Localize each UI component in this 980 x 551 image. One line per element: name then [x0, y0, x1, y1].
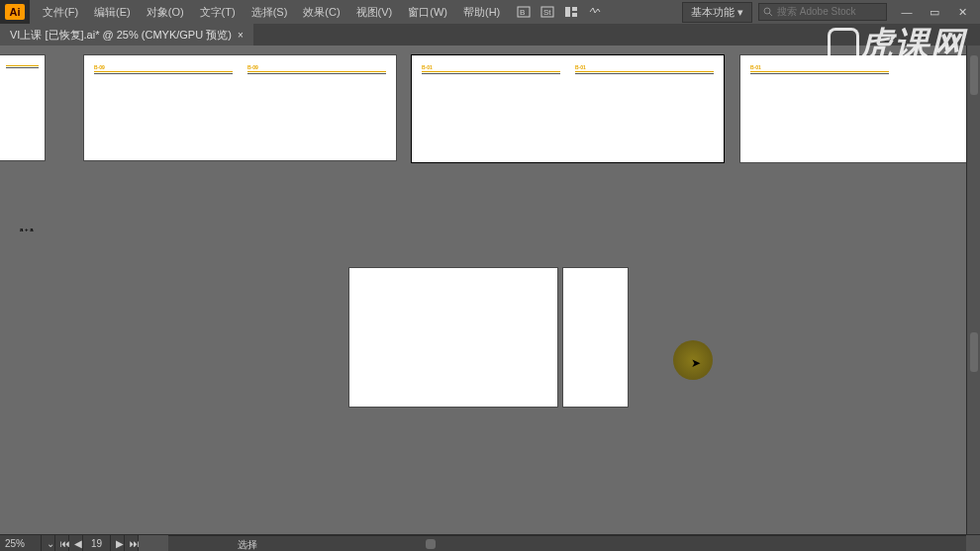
menu-effect[interactable]: 效果(C) — [296, 2, 346, 23]
chevron-down-icon: ▾ — [737, 6, 743, 18]
minimize-button[interactable]: — — [893, 2, 921, 22]
nav-prev-button[interactable]: ◀ — [69, 535, 83, 551]
stock-icon[interactable]: St — [540, 5, 554, 19]
zoom-level[interactable]: 25% — [0, 535, 42, 551]
menu-file[interactable]: 文件(F) — [36, 2, 85, 23]
tool-label: 选择 — [238, 538, 257, 551]
panel-handle-1[interactable] — [970, 55, 978, 95]
svg-text:St: St — [543, 8, 551, 17]
artboard-4[interactable]: B-01 — [740, 55, 966, 162]
artboard-6[interactable] — [563, 268, 628, 407]
arrange-icon[interactable] — [564, 5, 578, 19]
panel-dock-right[interactable] — [966, 46, 980, 534]
horizontal-scrollbar[interactable]: 选择 — [168, 535, 966, 551]
nav-next-button[interactable]: ▶ — [111, 535, 125, 551]
artboard-2[interactable]: B-09 B-09 — [84, 55, 396, 160]
artboard-5[interactable] — [349, 268, 557, 407]
search-placeholder: 搜索 Adobe Stock — [777, 5, 855, 19]
svg-rect-5 — [572, 7, 577, 11]
svg-line-8 — [769, 13, 772, 16]
panel-handle-2[interactable] — [970, 332, 978, 372]
canvas[interactable]: B-09 B-09 B-01 B-01 B-01 a + a ➤ — [0, 46, 966, 534]
svg-rect-4 — [565, 7, 570, 17]
maximize-button[interactable]: ▭ — [921, 2, 948, 22]
menu-object[interactable]: 对象(O) — [140, 2, 191, 23]
search-icon — [763, 7, 773, 17]
workspace-selector[interactable]: 基本功能 ▾ — [682, 2, 752, 23]
cursor-icon: ➤ — [691, 356, 701, 370]
bridge-icon[interactable]: B — [517, 5, 531, 19]
zoom-dropdown-icon[interactable]: ⌄ — [42, 535, 55, 551]
tab-close-icon[interactable]: × — [238, 30, 244, 41]
document-tab-bar: VI上课 [已恢复].ai* @ 25% (CMYK/GPU 预览) × — [0, 24, 980, 46]
search-input[interactable]: 搜索 Adobe Stock — [758, 3, 887, 21]
document-title: VI上课 [已恢复].ai* @ 25% (CMYK/GPU 预览) — [10, 28, 232, 43]
ai-logo: Ai — [5, 4, 25, 20]
gpu-icon[interactable] — [588, 5, 602, 19]
menu-edit[interactable]: 编辑(E) — [87, 2, 138, 23]
app-icon: Ai — [0, 0, 30, 24]
nav-first-button[interactable]: ⏮ — [55, 535, 69, 551]
menu-window[interactable]: 窗口(W) — [401, 2, 454, 23]
cursor-highlight-icon — [673, 340, 713, 380]
artboard-3-selected[interactable]: B-01 B-01 — [412, 55, 724, 162]
svg-rect-6 — [572, 13, 577, 17]
svg-text:B: B — [520, 8, 525, 17]
close-button[interactable]: ✕ — [948, 2, 976, 22]
menu-view[interactable]: 视图(V) — [349, 2, 400, 23]
canvas-loose-text[interactable]: a + a — [20, 227, 34, 232]
workspace-label: 基本功能 — [691, 6, 735, 18]
menu-select[interactable]: 选择(S) — [245, 2, 295, 23]
status-bar: 25% ⌄ ⏮ ◀ 19 ▶ ⏭ 选择 — [0, 534, 980, 551]
document-tab[interactable]: VI上课 [已恢复].ai* @ 25% (CMYK/GPU 预览) × — [0, 24, 253, 46]
scroll-thumb-h[interactable] — [426, 539, 436, 549]
artboard-number[interactable]: 19 — [83, 535, 111, 551]
menu-bar: 文件(F) 编辑(E) 对象(O) 文字(T) 选择(S) 效果(C) 视图(V… — [30, 2, 507, 23]
artboard-1[interactable] — [0, 55, 45, 160]
nav-last-button[interactable]: ⏭ — [125, 535, 139, 551]
menu-help[interactable]: 帮助(H) — [456, 2, 507, 23]
menu-type[interactable]: 文字(T) — [193, 2, 243, 23]
